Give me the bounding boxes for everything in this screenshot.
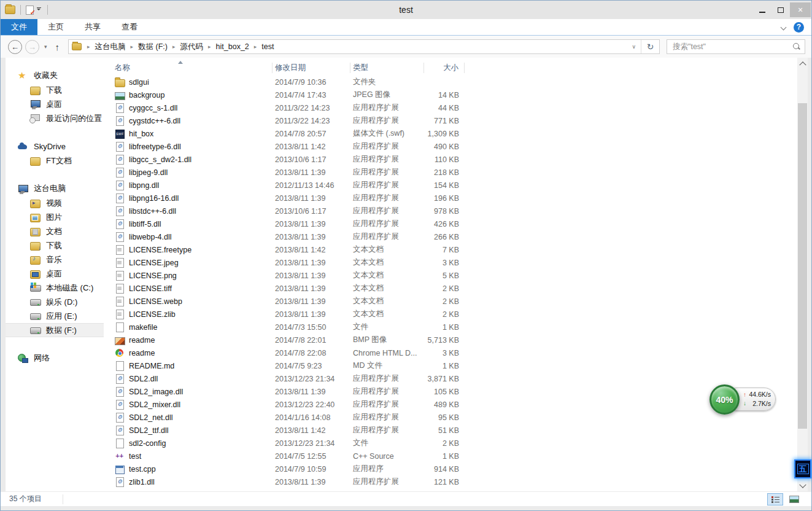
sidebar-item-应用 (E:)[interactable]: 应用 (E:) [6,309,104,323]
column-header-name[interactable]: 名称 [115,63,273,73]
txt-file-icon [115,271,125,281]
address-bar[interactable]: ▸这台电脑▸数据 (F:)▸源代码▸hit_box_2▸test ∨ ↻ [68,39,660,54]
table-row[interactable]: test 2014/7/5 12:55 C++ Source 1 KB [115,450,797,462]
upload-speed-row: ↑ 44.6K/s [743,391,771,399]
table-row[interactable]: libpng.dll 2012/11/13 14:46 应用程序扩展 154 K… [115,179,797,192]
file-date: 2014/7/8 22:08 [273,349,350,357]
sidebar-item-桌面[interactable]: 桌面 [6,97,104,111]
table-row[interactable]: LICENSE.jpeg 2013/8/11 1:39 文本文档 3 KB [115,256,797,269]
table-row[interactable]: LICENSE.webp 2013/8/11 1:39 文本文档 2 KB [115,295,797,308]
divider [47,5,48,15]
table-row[interactable]: libpng16-16.dll 2013/8/11 1:39 应用程序扩展 19… [115,192,797,205]
breadcrumb-item[interactable]: 这台电脑 [92,42,129,52]
table-row[interactable]: readme 2014/7/8 22:01 BMP 图像 5,713 KB [115,334,797,346]
input-method-indicator[interactable]: 五 [794,459,811,478]
table-row[interactable]: SDL2_ttf.dll 2013/8/11 1:42 应用程序扩展 51 KB [115,424,797,437]
scroll-down-icon[interactable] [797,481,808,491]
table-row[interactable]: libstdc++-6.dll 2013/10/6 1:17 应用程序扩展 97… [115,205,797,217]
memory-usage-ball[interactable]: 40% [710,384,740,415]
sidebar-item-音乐[interactable]: 音乐 [6,252,104,267]
file-size: 1,309 KB [424,130,465,138]
refresh-button[interactable]: ↻ [641,40,659,53]
sidebar-group-network[interactable]: 网络 [6,351,104,365]
collapse-ribbon-chevron-icon[interactable] [781,25,786,29]
sidebar-item-桌面[interactable]: 桌面 [6,267,104,281]
table-row[interactable]: sdl2-config 2013/12/23 21:34 文件 2 KB [115,437,797,450]
breadcrumb-item[interactable]: 源代码 [177,42,207,52]
scrollbar-thumb[interactable] [798,103,807,429]
up-button[interactable]: ↑ [52,42,63,52]
table-row[interactable]: libgcc_s_dw2-1.dll 2013/10/6 1:17 应用程序扩展… [115,153,797,166]
table-row[interactable]: sdlgui 2014/7/9 10:36 文件夹 [115,76,797,88]
sidebar-item-图片[interactable]: 图片 [6,210,104,224]
breadcrumb-item[interactable]: 数据 (F:) [135,42,171,52]
sidebar-item-下载[interactable]: 下载 [6,83,104,97]
file-size: 196 KB [424,194,465,203]
tab-share[interactable]: 共享 [74,19,111,35]
table-row[interactable]: libtiff-5.dll 2013/8/11 1:39 应用程序扩展 426 … [115,217,797,230]
sidebar-item-FT文档[interactable]: FT文档 [6,154,104,168]
back-button[interactable]: ← [8,40,22,54]
sidebar-item-label: 图片 [46,212,62,223]
sidebar-item-数据 (F:)[interactable]: 数据 (F:) [6,323,104,337]
minimize-button[interactable] [753,2,771,17]
scrollbar-track[interactable] [797,68,808,481]
customize-toolbar-arrow-icon[interactable] [36,7,42,12]
column-header-type[interactable]: 类型 [350,63,424,73]
sidebar-group-skydrive[interactable]: SkyDrive [6,139,104,154]
sidebar-item-视频[interactable]: 视频 [6,196,104,210]
table-row[interactable]: backgroup 2014/7/4 17:43 JPEG 图像 14 KB [115,88,797,101]
column-header-size[interactable]: 大小 [424,63,465,73]
properties-icon[interactable] [26,6,34,15]
sidebar-group-label: 网络 [34,353,50,364]
breadcrumb-item[interactable]: test [258,42,277,51]
table-row[interactable]: test.cpp 2014/7/9 10:59 应用程序 914 KB [115,462,797,475]
file-type: 应用程序扩展 [350,386,424,397]
vertical-scrollbar[interactable] [797,58,808,491]
table-row[interactable]: SDL2_image.dll 2013/8/11 1:39 应用程序扩展 105… [115,385,797,398]
table-row[interactable]: makefile 2014/7/3 15:50 文件 1 KB [115,321,797,334]
table-row[interactable]: LICENSE.freetype 2013/8/11 1:42 文本文档 7 K… [115,243,797,256]
table-row[interactable]: LICENSE.tiff 2013/8/11 1:39 文本文档 2 KB [115,282,797,295]
column-header-date[interactable]: 修改日期 [273,63,350,73]
sidebar-group-favorites[interactable]: 收藏夹 [6,68,104,83]
table-row[interactable]: README.md 2014/7/5 9:23 MD 文件 1 KB [115,359,797,372]
table-row[interactable]: SDL2_net.dll 2014/1/16 14:08 应用程序扩展 95 K… [115,411,797,424]
tab-home[interactable]: 主页 [37,19,74,35]
file-date: 2014/7/8 22:01 [273,336,350,345]
table-row[interactable]: zlib1.dll 2013/8/11 1:39 应用程序扩展 121 KB [115,475,797,488]
sidebar-item-娱乐 (D:)[interactable]: 娱乐 (D:) [6,295,104,309]
maximize-button[interactable] [771,2,790,17]
table-row[interactable]: cyggcc_s-1.dll 2011/3/22 14:23 应用程序扩展 44… [115,101,797,114]
table-row[interactable]: cygstdc++-6.dll 2011/3/22 14:23 应用程序扩展 7… [115,114,797,127]
details-view-button[interactable] [767,493,783,505]
sidebar-item-最近访问的位置[interactable]: 最近访问的位置 [6,111,104,125]
tab-file[interactable]: 文件 [1,19,37,35]
table-row[interactable]: libfreetype-6.dll 2013/8/11 1:42 应用程序扩展 … [115,140,797,153]
table-row[interactable]: SDL2.dll 2013/12/23 21:34 应用程序扩展 3,871 K… [115,372,797,385]
sidebar-item-本地磁盘 (C:)[interactable]: 本地磁盘 (C:) [6,281,104,295]
sidebar-item-下载[interactable]: 下载 [6,238,104,252]
scroll-up-icon[interactable] [797,58,808,68]
search-input[interactable] [671,42,793,52]
tab-view[interactable]: 查看 [111,19,148,35]
table-row[interactable]: readme 2014/7/8 22:08 Chrome HTML D... 3… [115,346,797,359]
history-dropdown-icon[interactable]: ▾ [42,44,49,50]
close-button[interactable]: × [790,2,811,17]
table-row[interactable]: hit_box 2014/7/8 20:57 媒体文件 (.swf) 1,309… [115,127,797,140]
table-row[interactable]: libwebp-4.dll 2013/8/11 1:39 应用程序扩展 266 … [115,230,797,243]
sidebar-group-thispc[interactable]: 这台电脑 [6,181,104,196]
sidebar-item-文档[interactable]: 文档 [6,224,104,238]
table-row[interactable]: LICENSE.png 2013/8/11 1:39 文本文档 5 KB [115,269,797,282]
help-icon[interactable]: ? [794,22,804,33]
forward-button[interactable]: → [25,40,39,54]
address-dropdown-icon[interactable]: ∨ [627,44,641,50]
thumbnails-view-button[interactable] [786,493,802,505]
breadcrumb-item[interactable]: hit_box_2 [213,42,252,51]
file-type: MD 文件 [350,361,424,371]
table-row[interactable]: libjpeg-9.dll 2013/8/11 1:39 应用程序扩展 218 … [115,166,797,179]
dll-file-icon [115,168,125,177]
table-row[interactable]: LICENSE.zlib 2013/8/11 1:39 文本文档 2 KB [115,308,797,321]
search-icon[interactable] [793,43,800,50]
table-row[interactable]: SDL2_mixer.dll 2013/12/23 22:40 应用程序扩展 4… [115,398,797,411]
